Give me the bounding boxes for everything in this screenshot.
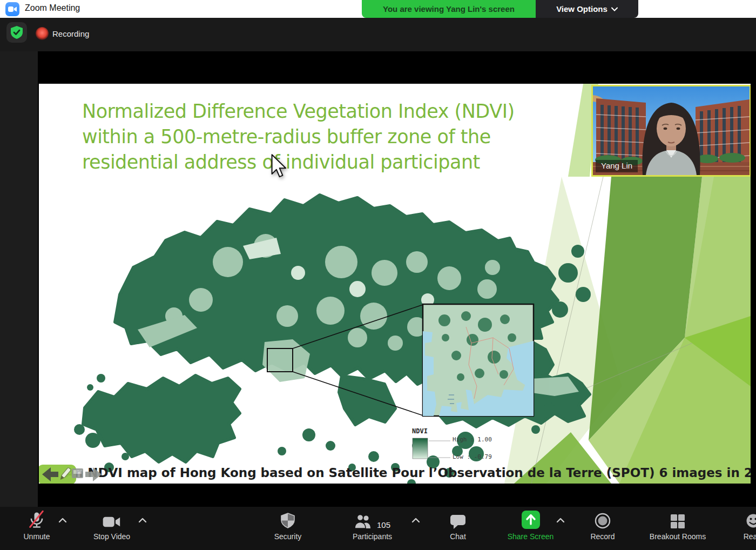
recording-label: Recording [52,29,89,38]
reactions-label: React [744,532,756,541]
window-title-bar: Zoom Meeting You are viewing Yang Lin's … [0,0,756,18]
chevron-down-icon [611,7,618,11]
share-screen-icon [521,510,541,529]
share-screen-label: Share Screen [508,532,554,541]
participant-video-tile[interactable]: Yang Lin [591,85,751,177]
viewing-screen-banner: You are viewing Yang Lin's screen [362,0,536,18]
security-button[interactable]: Security [261,507,315,550]
legend-high-value: High : 1.00 [453,436,492,443]
slide-title-line3: residential address of individual partic… [82,150,546,175]
legend-title: NDVI [412,427,428,435]
slide-nav-controls [39,464,108,484]
zoom-app-icon [5,2,19,16]
microphone-muted-icon [28,510,46,529]
unmute-button[interactable]: Unmute [10,507,64,550]
meeting-security-badge[interactable] [6,22,27,43]
recording-indicator-icon[interactable] [36,27,49,40]
next-slide-arrow-icon [85,467,102,481]
share-options-chevron[interactable] [556,518,565,523]
display-settings-icon [72,468,83,478]
record-icon [594,512,611,529]
unmute-label: Unmute [23,532,50,541]
view-options-button[interactable]: View Options [536,0,638,18]
zoom-meeting-window: Zoom Meeting You are viewing Yang Lin's … [0,0,756,550]
participants-button[interactable]: 105 Participants [330,507,414,550]
shared-screen-area: Normalized Difference Vegetation Index (… [38,51,756,507]
breakout-rooms-icon [670,513,686,529]
participants-count: 105 [377,520,390,529]
presentation-slide: Normalized Difference Vegetation Index (… [39,84,751,484]
mouse-cursor [270,154,288,179]
participants-icon [354,513,373,529]
slide-title: Normalized Difference Vegetation Index (… [82,99,546,175]
chat-label: Chat [450,532,466,541]
video-options-chevron[interactable] [138,518,147,523]
map-inset-kowloon [423,304,534,416]
legend-low-value: Low : -0.79 [453,453,492,460]
reactions-button[interactable]: React [724,507,756,550]
ndvi-legend-swatch [413,438,450,459]
participants-label: Participants [353,532,392,541]
share-screen-button[interactable]: Share Screen [497,507,564,550]
security-label: Security [274,532,302,541]
stop-video-button[interactable]: Stop Video [85,507,139,550]
slide-title-line2: within a 500-metre-radius buffer zone of… [82,124,546,150]
chat-button[interactable]: Chat [431,507,485,550]
slide-caption: An NDVI map of Hong Kong based on Satell… [65,466,751,480]
window-title: Zoom Meeting [25,3,80,13]
breakout-rooms-label: Breakout Rooms [650,532,706,541]
view-options-label: View Options [556,4,608,14]
stop-video-label: Stop Video [93,532,130,541]
record-label: Record [590,532,615,541]
security-shield-icon [280,512,296,529]
shield-check-icon [10,25,23,39]
participants-options-chevron[interactable] [411,518,420,523]
chat-bubble-icon [449,513,467,529]
audio-options-chevron[interactable] [58,518,67,523]
record-button[interactable]: Record [576,507,630,550]
meeting-controls-toolbar: Unmute Stop Video Security [0,507,756,550]
breakout-rooms-button[interactable]: Breakout Rooms [637,507,718,550]
participant-name-label: Yang Lin [596,160,638,172]
video-camera-icon [102,514,122,529]
slide-title-line1: Normalized Difference Vegetation Index (… [82,99,546,124]
reactions-smiley-icon [745,512,756,529]
meeting-info-bar: Recording [0,18,756,51]
